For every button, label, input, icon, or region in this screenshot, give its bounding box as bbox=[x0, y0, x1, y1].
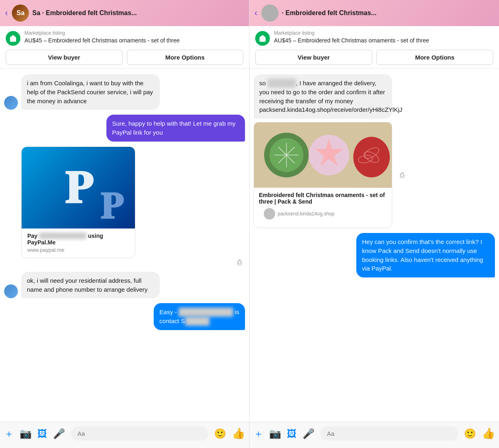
msg-row-3: ok, i will need your residential address… bbox=[4, 272, 245, 299]
emoji-icon-right[interactable]: 🙂 bbox=[464, 428, 476, 439]
msg-row-r2: Hey can you confirm that's the correct l… bbox=[254, 233, 495, 277]
thumbsup-icon-left[interactable]: 👍 bbox=[232, 427, 245, 440]
link-card-url: packsend.kinda14og.shop bbox=[278, 211, 334, 217]
share-icon-right-container: ⎙ bbox=[400, 171, 404, 180]
image-icon-left[interactable]: 🖼 bbox=[38, 428, 47, 439]
view-buyer-button-right[interactable]: View buyer bbox=[255, 50, 372, 65]
listing-top-left: Marketplace listing AU$45 – Embroidered … bbox=[6, 30, 243, 46]
paypal-p-icon: 𝐏 bbox=[65, 165, 92, 210]
header-avatar-right bbox=[261, 4, 278, 22]
listing-label-right: Marketplace listing bbox=[274, 30, 493, 36]
back-button-left[interactable]: ‹ bbox=[5, 8, 8, 18]
panel-right: ‹ · Embroidered felt Christmas... Market… bbox=[250, 0, 499, 448]
msg-row-4: Easy - XXXX XXXXXXXXX iscontact SXXXXXX … bbox=[4, 303, 245, 330]
paypal-card[interactable]: 𝐏 𝐏 Pay XXXXXXX XXXXX using PayPal.Me ww… bbox=[21, 146, 135, 258]
bubble-r1: so XXXXXXX, I have arranged the delivery… bbox=[254, 74, 392, 119]
panel-left: ‹ Sa Sa · Embroidered felt Christmas... … bbox=[0, 0, 250, 448]
blurred-contact: XXXXXX bbox=[185, 317, 210, 326]
marketplace-icon-left bbox=[6, 31, 20, 46]
paypal-card-container: 𝐏 𝐏 Pay XXXXXXX XXXXX using PayPal.Me ww… bbox=[4, 146, 245, 267]
paypal-name-blurred: XXXXXXX XXXXX bbox=[39, 233, 86, 239]
bubble-r2: Hey can you confirm that's the correct l… bbox=[356, 233, 495, 277]
listing-info-right: Marketplace listing AU$45 – Embroidered … bbox=[274, 30, 493, 45]
share-icon-row-left: ⎙ bbox=[4, 258, 245, 267]
plus-icon-left[interactable]: ＋ bbox=[4, 427, 14, 440]
view-buyer-button-left[interactable]: View buyer bbox=[6, 50, 123, 65]
marketplace-icon-right bbox=[255, 31, 270, 46]
link-card-image bbox=[254, 122, 392, 188]
bubble-2: Sure, happy to help with that! Let me gr… bbox=[106, 115, 245, 142]
back-button-right[interactable]: ‹ bbox=[254, 8, 257, 18]
more-options-button-left[interactable]: More Options bbox=[127, 50, 244, 65]
listing-top-right: Marketplace listing AU$45 – Embroidered … bbox=[255, 30, 493, 46]
chat-area-right: so XXXXXXX, I have arranged the delivery… bbox=[250, 69, 499, 422]
bottom-bar-left: ＋ 📷 🖼 🎤 🙂 👍 bbox=[0, 422, 249, 448]
link-card-body: Embroidered felt Christmas ornaments - s… bbox=[254, 188, 392, 228]
share-icon-right[interactable]: ⎙ bbox=[400, 171, 404, 179]
header-right: ‹ · Embroidered felt Christmas... bbox=[250, 0, 499, 26]
image-icon-right[interactable]: 🖼 bbox=[287, 428, 297, 439]
listing-card-right: Marketplace listing AU$45 – Embroidered … bbox=[250, 26, 499, 69]
avatar-grey-right bbox=[261, 4, 278, 22]
link-card-footer: packsend.kinda14og.shop bbox=[259, 206, 387, 224]
msg-row-1: i am from Coolalinga, i want to buy with… bbox=[4, 74, 245, 110]
msg-avatar-1 bbox=[4, 96, 18, 110]
buyer-avatar-1 bbox=[4, 96, 18, 110]
listing-buttons-right: View buyer More Options bbox=[255, 50, 493, 65]
header-title-left: Sa · Embroidered felt Christmas... bbox=[32, 9, 137, 17]
camera-icon-right[interactable]: 📷 bbox=[269, 428, 281, 439]
header-avatar-left: Sa bbox=[12, 4, 29, 22]
listing-label-left: Marketplace listing bbox=[24, 30, 243, 36]
listing-buttons-left: View buyer More Options bbox=[6, 50, 243, 65]
listing-info-left: Marketplace listing AU$45 – Embroidered … bbox=[24, 30, 243, 45]
camera-icon-left[interactable]: 📷 bbox=[20, 428, 32, 439]
svg-point-9 bbox=[353, 137, 390, 177]
link-card-container: Embroidered felt Christmas ornaments - s… bbox=[254, 122, 392, 228]
bubble-4-partial: Easy - XXXX XXXXXXXXX iscontact SXXXXXX … bbox=[154, 303, 245, 330]
buyer-avatar-3 bbox=[4, 284, 18, 298]
paypal-p2-icon: 𝐏 bbox=[100, 188, 123, 224]
paypal-info: Pay XXXXXXX XXXXX using PayPal.Me www.pa… bbox=[22, 228, 135, 258]
bottom-bar-right: ＋ 📷 🖼 🎤 🙂 👍 bbox=[250, 422, 499, 448]
mic-icon-right[interactable]: 🎤 bbox=[302, 428, 315, 439]
header-left: ‹ Sa Sa · Embroidered felt Christmas... bbox=[0, 0, 249, 26]
plus-icon-right[interactable]: ＋ bbox=[254, 427, 263, 440]
blurred-address: XXXX XXXXXXXXX bbox=[179, 308, 233, 317]
link-card[interactable]: Embroidered felt Christmas ornaments - s… bbox=[254, 122, 392, 228]
paypal-logo: 𝐏 𝐏 bbox=[22, 147, 135, 228]
emoji-icon-left[interactable]: 🙂 bbox=[214, 428, 226, 439]
more-options-button-right[interactable]: More Options bbox=[376, 50, 493, 65]
listing-title-left: AU$45 – Embroidered felt Christmas ornam… bbox=[24, 37, 243, 45]
header-title-right: · Embroidered felt Christmas... bbox=[282, 9, 376, 17]
share-icon-left[interactable]: ⎙ bbox=[237, 258, 242, 267]
listing-card-left: Marketplace listing AU$45 – Embroidered … bbox=[0, 26, 249, 69]
avatar-circle-left: Sa bbox=[12, 4, 29, 22]
paypal-url: www.paypal.me bbox=[27, 247, 129, 253]
listing-title-right: AU$45 – Embroidered felt Christmas ornam… bbox=[274, 37, 493, 45]
paypal-title: Pay XXXXXXX XXXXX using PayPal.Me bbox=[27, 233, 129, 246]
thumbsup-icon-right[interactable]: 👍 bbox=[482, 427, 495, 440]
msg-avatar-3 bbox=[4, 284, 18, 298]
mic-icon-left[interactable]: 🎤 bbox=[53, 428, 65, 439]
link-card-site-avatar bbox=[264, 208, 275, 220]
message-input-left[interactable] bbox=[71, 426, 208, 441]
message-input-right[interactable] bbox=[320, 426, 458, 441]
bubble-1: i am from Coolalinga, i want to buy with… bbox=[21, 74, 160, 110]
bubble-3: ok, i will need your residential address… bbox=[21, 272, 160, 299]
chat-area-left: i am from Coolalinga, i want to buy with… bbox=[0, 69, 249, 422]
link-card-title: Embroidered felt Christmas ornaments - s… bbox=[259, 192, 387, 205]
msg-row-2: Sure, happy to help with that! Let me gr… bbox=[4, 115, 245, 142]
msg-row-r1: so XXXXXXX, I have arranged the delivery… bbox=[254, 74, 495, 228]
blurred-name-r1: XXXXXXX bbox=[267, 79, 296, 88]
